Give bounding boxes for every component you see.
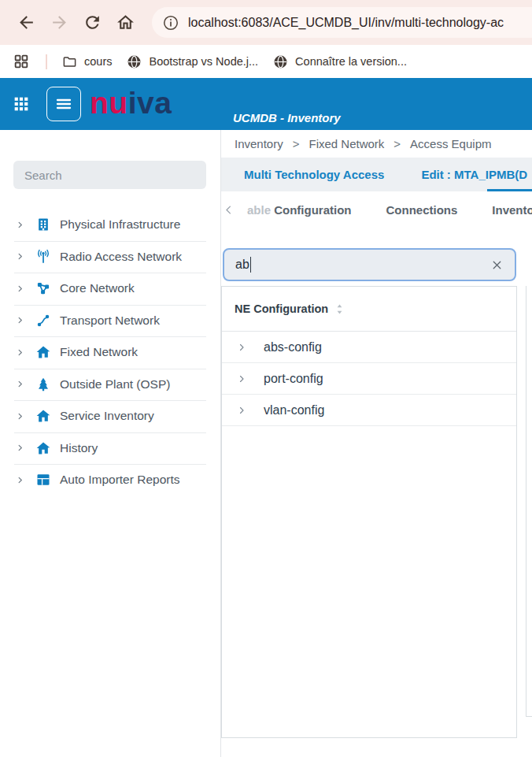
sidebar-item-history[interactable]: History xyxy=(0,432,220,465)
home-nav-icon[interactable] xyxy=(116,13,135,32)
sort-icon[interactable] xyxy=(334,303,345,315)
sidebar-search xyxy=(13,161,206,189)
chevron-left-icon[interactable] xyxy=(223,204,235,216)
app-header: nuiva UCMDB - Inventory xyxy=(0,78,532,130)
chevron-right-icon[interactable] xyxy=(237,406,246,415)
sidebar-item-service-inventory[interactable]: Service Inventory xyxy=(0,400,220,432)
reload-icon[interactable] xyxy=(83,13,102,32)
bookmark-connaitre[interactable]: Connaître la version... xyxy=(273,54,407,69)
hamburger-icon xyxy=(54,95,73,113)
filter-input[interactable]: ab xyxy=(223,248,516,281)
screen: localhost:6083/ACE_UCMDB_UI/inv/multi-te… xyxy=(0,0,532,757)
forward-icon[interactable] xyxy=(50,13,69,32)
sidebar-item-label: Physical Infrastructure xyxy=(60,217,180,232)
sidebar: Physical Infrastructure Radio Access Net… xyxy=(0,130,221,757)
home-icon xyxy=(35,440,51,456)
tab-bar: Multi Technology Access Edit : MTA_IPMB(… xyxy=(221,158,532,191)
table-icon xyxy=(35,472,51,488)
pine-tree-icon xyxy=(35,377,51,392)
chevron-right-icon xyxy=(16,252,24,261)
home-icon xyxy=(35,408,51,424)
chevron-right-icon xyxy=(16,284,24,293)
sidebar-item-radio-access-network[interactable]: Radio Access Network xyxy=(0,241,220,273)
row-label: abs-config xyxy=(264,340,322,354)
subtab-bar: able Configuration Connections Inventory xyxy=(221,191,532,228)
site-info-icon[interactable] xyxy=(162,14,179,32)
table-row[interactable]: abs-config xyxy=(222,332,516,363)
chevron-right-icon xyxy=(16,380,24,388)
network-nodes-icon xyxy=(35,280,51,296)
chevron-right-icon xyxy=(16,221,24,229)
subtab-configuration[interactable]: able Configuration xyxy=(247,203,352,217)
chevron-right-icon[interactable] xyxy=(237,343,246,352)
sidebar-item-label: Radio Access Network xyxy=(60,250,182,264)
sidebar-item-transport-network[interactable]: Transport Network xyxy=(0,305,220,337)
sidebar-item-fixed-network[interactable]: Fixed Network xyxy=(0,336,220,369)
chevron-right-icon[interactable] xyxy=(237,374,246,384)
address-bar[interactable]: localhost:6083/ACE_UCMDB_UI/inv/multi-te… xyxy=(152,7,532,38)
subtab-inventory[interactable]: Inventory xyxy=(492,203,532,217)
home-icon xyxy=(35,344,51,360)
apps-grid-icon[interactable] xyxy=(13,54,29,69)
sidebar-item-label: Transport Network xyxy=(60,314,160,328)
sidebar-menu: Physical Infrastructure Radio Access Net… xyxy=(0,209,220,496)
back-icon[interactable] xyxy=(17,13,36,32)
sidebar-item-auto-importer-reports[interactable]: Auto Importer Reports xyxy=(0,464,220,496)
sidebar-item-label: Service Inventory xyxy=(60,409,154,423)
bookmark-bootstrap[interactable]: Bootstrap vs Node.j... xyxy=(127,54,258,69)
chevron-right-icon xyxy=(16,348,24,357)
breadcrumb: Inventory > Fixed Network > Access Equip… xyxy=(221,130,532,158)
clear-icon[interactable] xyxy=(490,258,504,272)
module-title: UCMDB - Inventory xyxy=(233,111,341,124)
chevron-right-icon xyxy=(16,412,24,421)
table-row[interactable]: port-config xyxy=(222,363,516,395)
table-header-row: NE Configuration xyxy=(222,287,516,332)
column-header[interactable]: NE Configuration xyxy=(235,302,328,315)
tab-edit-mta-ipmb[interactable]: Edit : MTA_IPMB(D xyxy=(421,168,527,181)
row-label: vlan-config xyxy=(264,403,324,417)
row-label: port-config xyxy=(264,372,323,386)
nuiva-logo: nuiva xyxy=(90,78,172,130)
sidebar-search-input[interactable] xyxy=(13,161,206,189)
folder-icon xyxy=(62,54,77,69)
hamburger-menu-button[interactable] xyxy=(46,87,81,121)
breadcrumb-separator: > xyxy=(393,137,401,150)
bookmark-folder-cours[interactable]: cours xyxy=(62,54,112,69)
text-caret xyxy=(250,257,252,273)
sidebar-item-label: Fixed Network xyxy=(60,345,138,359)
sidebar-item-label: Core Network xyxy=(60,281,135,295)
sidebar-item-core-network[interactable]: Core Network xyxy=(0,273,220,305)
antenna-icon xyxy=(35,249,51,265)
ne-configuration-table: NE Configuration abs-config port-config … xyxy=(221,286,517,738)
globe-icon xyxy=(273,54,288,69)
logo-part-1: nu xyxy=(90,86,128,120)
main-content: Inventory > Fixed Network > Access Equip… xyxy=(221,130,532,757)
bookmark-label: cours xyxy=(84,55,112,68)
sidebar-item-label: History xyxy=(60,441,98,455)
chevron-right-icon xyxy=(16,476,24,484)
adjacent-panel-edge xyxy=(526,286,532,717)
tab-multi-technology-access[interactable]: Multi Technology Access xyxy=(244,168,384,181)
url-text: localhost:6083/ACE_UCMDB_UI/inv/multi-te… xyxy=(188,16,504,30)
subtab-connections[interactable]: Connections xyxy=(386,203,458,217)
sidebar-item-label: Auto Importer Reports xyxy=(60,473,179,487)
globe-icon xyxy=(127,54,142,69)
chevron-right-icon xyxy=(16,443,24,452)
bookmark-label: Connaître la version... xyxy=(295,55,407,68)
bookmarks-divider xyxy=(46,54,47,69)
sidebar-item-label: Outside Plant (OSP) xyxy=(60,377,170,391)
logo-part-2: iva xyxy=(128,86,172,120)
app-launcher-icon[interactable] xyxy=(13,96,29,112)
filter-value: ab xyxy=(235,258,249,272)
breadcrumb-separator: > xyxy=(293,137,300,150)
table-row[interactable]: vlan-config xyxy=(222,395,516,426)
browser-toolbar: localhost:6083/ACE_UCMDB_UI/inv/multi-te… xyxy=(0,0,532,45)
breadcrumb-inventory[interactable]: Inventory xyxy=(235,137,283,150)
sidebar-item-outside-plant[interactable]: Outside Plant (OSP) xyxy=(0,369,220,401)
breadcrumb-fixed-network[interactable]: Fixed Network xyxy=(308,137,384,150)
sidebar-item-physical-infrastructure[interactable]: Physical Infrastructure xyxy=(0,209,220,241)
subtab-faded-part: able xyxy=(247,203,271,217)
breadcrumb-access-equipment[interactable]: Access Equipm xyxy=(410,137,491,150)
building-icon xyxy=(35,217,51,232)
bookmarks-bar: cours Bootstrap vs Node.j... Connaître l… xyxy=(0,45,532,78)
